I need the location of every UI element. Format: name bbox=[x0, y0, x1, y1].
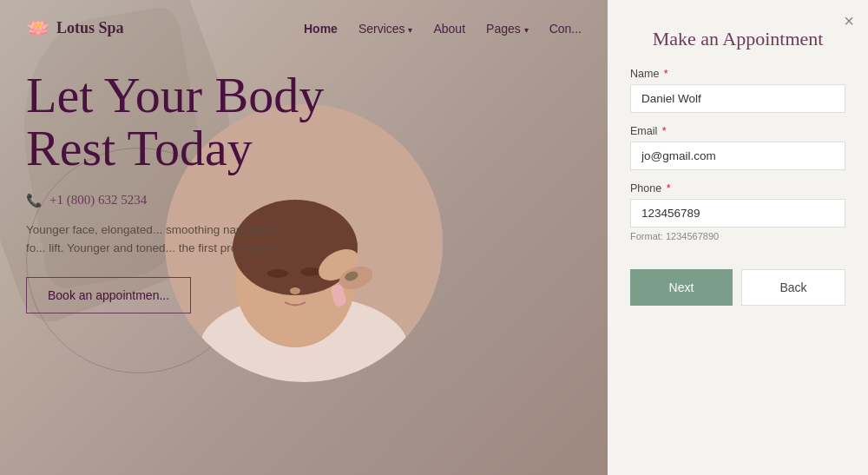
name-required: * bbox=[664, 68, 668, 80]
hero-phone: 📞 +1 (800) 632 5234 bbox=[26, 193, 356, 208]
form-actions: Next Back bbox=[630, 269, 845, 306]
phone-input[interactable] bbox=[630, 199, 845, 228]
name-label: Name * bbox=[630, 68, 845, 80]
appointment-panel: × Make an Appointment Name * Email * Pho… bbox=[608, 0, 868, 475]
email-field-group: Email * bbox=[630, 125, 845, 170]
logo-text: Lotus Spa bbox=[56, 19, 124, 37]
navbar: 🪷 Lotus Spa Home Services ▾ About Pages … bbox=[0, 0, 608, 56]
services-arrow-icon: ▾ bbox=[408, 25, 412, 35]
nav-about[interactable]: About bbox=[433, 22, 465, 36]
close-button[interactable]: × bbox=[844, 12, 854, 30]
nav-links: Home Services ▾ About Pages ▾ Con... bbox=[304, 22, 582, 36]
nav-home[interactable]: Home bbox=[304, 22, 338, 36]
nav-services[interactable]: Services ▾ bbox=[358, 22, 413, 36]
phone-hint: Format: 1234567890 bbox=[630, 231, 845, 241]
back-button[interactable]: Back bbox=[741, 269, 845, 306]
hero-content: Let Your Body Rest Today 📞 +1 (800) 632 … bbox=[26, 69, 356, 313]
name-field-group: Name * bbox=[630, 68, 845, 113]
name-input[interactable] bbox=[630, 84, 845, 113]
logo: 🪷 Lotus Spa bbox=[26, 17, 124, 40]
nav-contact[interactable]: Con... bbox=[549, 22, 582, 36]
next-button[interactable]: Next bbox=[630, 269, 733, 306]
nav-pages[interactable]: Pages ▾ bbox=[486, 22, 529, 36]
phone-field-group: Phone * Format: 1234567890 bbox=[630, 182, 845, 241]
email-required: * bbox=[662, 125, 667, 137]
book-appointment-button[interactable]: Book an appointmen... bbox=[26, 277, 191, 313]
pages-arrow-icon: ▾ bbox=[524, 25, 529, 35]
hero-title: Let Your Body Rest Today bbox=[26, 69, 356, 175]
email-label: Email * bbox=[630, 125, 845, 137]
hero-section: 🪷 Lotus Spa Home Services ▾ About Pages … bbox=[0, 0, 608, 475]
phone-label: Phone * bbox=[630, 182, 845, 195]
panel-title: Make an Appointment bbox=[630, 28, 845, 50]
email-input[interactable] bbox=[630, 142, 845, 170]
phone-icon: 📞 bbox=[26, 193, 43, 208]
logo-icon: 🪷 bbox=[26, 17, 49, 40]
hero-description: Younger face, elongated... smoothing nas… bbox=[26, 221, 286, 258]
phone-required: * bbox=[667, 182, 671, 195]
